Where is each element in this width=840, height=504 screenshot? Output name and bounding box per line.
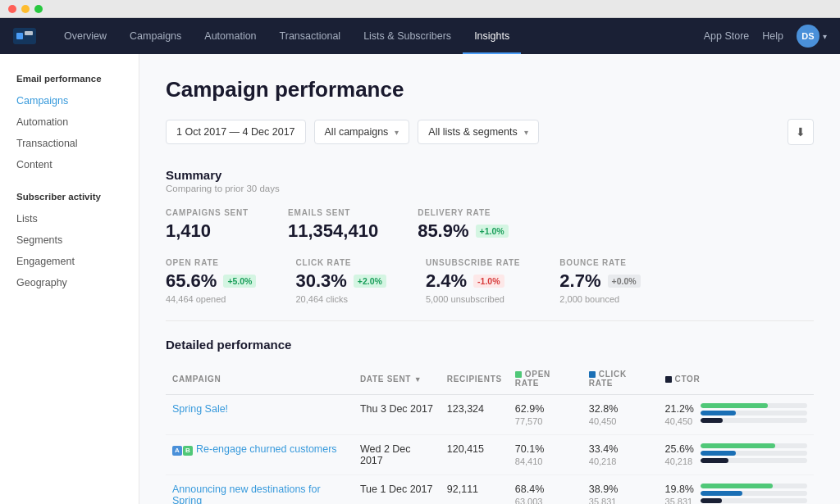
open-rate-cell: 68.4%63,003 bbox=[509, 475, 582, 505]
svg-rect-1 bbox=[16, 33, 23, 39]
open-rate-value: 62.9% bbox=[515, 403, 576, 415]
campaign-cell: ABRe-engage churned customers bbox=[166, 435, 354, 475]
table-row: ABRe-engage churned customersWed 2 Dec 2… bbox=[166, 435, 814, 475]
click-rate-bar-row bbox=[701, 451, 807, 456]
sidebar-section-title-email: Email performance bbox=[0, 74, 139, 84]
nav-automation[interactable]: Automation bbox=[193, 18, 267, 54]
sidebar-item-lists[interactable]: Lists bbox=[0, 208, 139, 229]
ab-test-badge: AB bbox=[172, 446, 193, 456]
summary-title: Summary bbox=[166, 168, 814, 182]
recipients-cell: 120,415 bbox=[441, 435, 509, 475]
metrics-row-2: OPEN RATE 65.6% +5.0% 44,464 opened CLIC… bbox=[166, 258, 814, 304]
nav-transactional[interactable]: Transactional bbox=[268, 18, 353, 54]
sidebar-item-segments[interactable]: Segments bbox=[0, 229, 139, 251]
sidebar-item-content[interactable]: Content bbox=[0, 154, 139, 175]
click-rate-bar-fill bbox=[701, 491, 742, 496]
page-title: Campaign performance bbox=[166, 77, 814, 102]
user-menu[interactable]: DS ▾ bbox=[797, 25, 827, 48]
chevron-down-icon: ▾ bbox=[524, 128, 528, 137]
click-count: 40,450 bbox=[589, 416, 652, 426]
click-rate-bar-row bbox=[701, 411, 807, 415]
metric-open-rate-sub: 44,464 opened bbox=[166, 294, 256, 304]
ctor-value: 19.8% bbox=[665, 484, 694, 495]
sidebar-item-transactional[interactable]: Transactional bbox=[0, 133, 139, 154]
nav-overview[interactable]: Overview bbox=[52, 18, 118, 54]
open-rate-bar-row bbox=[701, 484, 807, 488]
close-button[interactable] bbox=[8, 5, 16, 13]
help-link[interactable]: Help bbox=[762, 30, 783, 42]
filter-bar: 1 Oct 2017 — 4 Dec 2017 All campaigns ▾ … bbox=[166, 119, 814, 145]
recipients-value: 123,324 bbox=[447, 403, 502, 415]
metric-unsubscribe-rate-label: UNSUBSCRIBE RATE bbox=[426, 258, 520, 267]
date-range-filter[interactable]: 1 Oct 2017 — 4 Dec 2017 bbox=[166, 120, 306, 144]
sidebar-item-geography[interactable]: Geography bbox=[0, 272, 139, 293]
metric-unsubscribe-rate-value: 2.4% bbox=[426, 270, 467, 292]
metric-click-rate-value: 30.3% bbox=[295, 270, 346, 292]
metric-emails-sent-value: 11,354,410 bbox=[288, 220, 378, 242]
nav-campaigns[interactable]: Campaigns bbox=[118, 18, 193, 54]
main-content: Campaign performance 1 Oct 2017 — 4 Dec … bbox=[139, 54, 840, 504]
sidebar-item-automation[interactable]: Automation bbox=[0, 111, 139, 133]
col-date-sent[interactable]: DATE SENT ▼ bbox=[354, 365, 441, 395]
recipients-value: 92,111 bbox=[447, 484, 502, 495]
date-sent-value: Thu 3 Dec 2017 bbox=[360, 403, 434, 415]
ctor-bar-row bbox=[701, 418, 807, 423]
nav-lists[interactable]: Lists & Subscribers bbox=[352, 18, 463, 54]
maximize-button[interactable] bbox=[34, 5, 43, 13]
ctor-bar-track bbox=[701, 458, 807, 463]
open-rate-indicator bbox=[515, 371, 522, 378]
performance-table: CAMPAIGN DATE SENT ▼ RECIPIENTS OPEN RAT… bbox=[166, 365, 814, 504]
campaign-link[interactable]: Spring Sale! bbox=[172, 403, 228, 415]
recipients-cell: 92,111 bbox=[441, 475, 509, 505]
ctor-cell: 19.8%35,831 bbox=[659, 475, 814, 505]
metric-bounce-rate-value: 2.7% bbox=[559, 270, 600, 292]
unsubscribe-rate-badge: -1.0% bbox=[473, 275, 504, 288]
download-button[interactable]: ⬇ bbox=[788, 119, 814, 145]
open-count: 84,410 bbox=[515, 456, 576, 466]
sidebar-item-engagement[interactable]: Engagement bbox=[0, 251, 139, 272]
chevron-down-icon: ▾ bbox=[823, 32, 827, 41]
chevron-down-icon: ▾ bbox=[395, 128, 399, 137]
download-icon: ⬇ bbox=[796, 125, 806, 138]
ab-a-badge: A bbox=[172, 446, 182, 456]
click-rate-bar-track bbox=[701, 451, 807, 456]
delivery-rate-badge: +1.0% bbox=[476, 225, 509, 238]
campaign-filter[interactable]: All campaigns ▾ bbox=[314, 120, 410, 144]
open-rate-bar-row bbox=[701, 403, 807, 408]
ctor-bar-row bbox=[701, 498, 807, 503]
click-rate-bar-fill bbox=[701, 411, 736, 415]
click-count: 40,218 bbox=[589, 456, 652, 466]
campaign-cell: Announcing new destinations for Spring bbox=[166, 475, 354, 505]
open-rate-value: 68.4% bbox=[515, 484, 576, 495]
list-filter[interactable]: All lists & segments ▾ bbox=[418, 120, 538, 144]
recipients-cell: 123,324 bbox=[441, 395, 509, 435]
open-count: 63,003 bbox=[515, 497, 576, 504]
topnav-right: App Store Help DS ▾ bbox=[704, 25, 827, 48]
nav-insights[interactable]: Insights bbox=[463, 18, 521, 54]
col-open-rate: OPEN RATE bbox=[509, 365, 582, 395]
ctor-count: 35,831 bbox=[665, 497, 694, 504]
open-rate-bar-track bbox=[701, 484, 807, 488]
click-rate-value: 32.8% bbox=[589, 403, 652, 415]
campaign-link[interactable]: Re-engage churned customers bbox=[196, 443, 337, 455]
sidebar-item-campaigns[interactable]: Campaigns bbox=[0, 90, 139, 111]
sidebar-section-email-performance: Email performance Campaigns Automation T… bbox=[0, 74, 139, 175]
click-rate-value: 38.9% bbox=[589, 484, 652, 495]
bounce-rate-badge: +0.0% bbox=[608, 275, 641, 288]
metric-click-rate: CLICK RATE 30.3% +2.0% 20,464 clicks bbox=[295, 258, 386, 304]
ctor-value: 25.6% bbox=[665, 443, 694, 455]
open-rate-badge: +5.0% bbox=[223, 275, 256, 288]
campaign-link[interactable]: Announcing new destinations for Spring bbox=[172, 484, 321, 504]
app-store-link[interactable]: App Store bbox=[704, 30, 750, 42]
ctor-count: 40,218 bbox=[665, 456, 694, 466]
date-sent-cell: Thu 3 Dec 2017 bbox=[354, 395, 441, 435]
metric-open-rate: OPEN RATE 65.6% +5.0% 44,464 opened bbox=[166, 258, 256, 304]
minimize-button[interactable] bbox=[21, 5, 30, 13]
table-header-row: CAMPAIGN DATE SENT ▼ RECIPIENTS OPEN RAT… bbox=[166, 365, 814, 395]
metric-click-rate-sub: 20,464 clicks bbox=[295, 294, 386, 304]
sparkbar-wrapper bbox=[701, 443, 807, 463]
open-rate-bar-row bbox=[701, 443, 807, 448]
sidebar: Email performance Campaigns Automation T… bbox=[0, 54, 139, 504]
click-count: 35,831 bbox=[589, 497, 652, 504]
logo bbox=[13, 28, 36, 44]
